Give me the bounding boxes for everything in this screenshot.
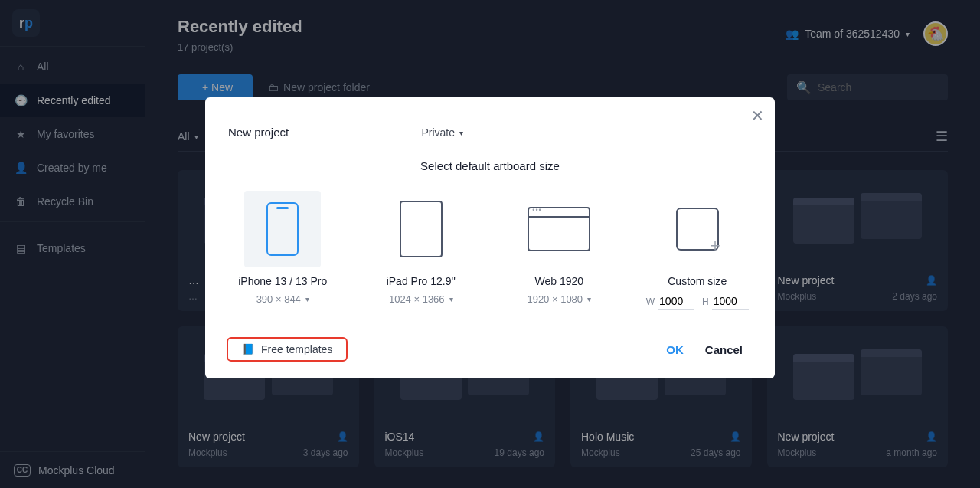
chevron-down-icon: ▾ — [305, 295, 309, 303]
chevron-down-icon: ▾ — [587, 295, 591, 303]
artboard-option-iphone[interactable]: iPhone 13 / 13 Pro 390 × 844 ▾ — [227, 191, 339, 310]
artboard-option-web[interactable]: Web 1920 1920 × 1080 ▾ — [503, 191, 616, 310]
height-label: H — [702, 296, 709, 307]
artboard-label: Web 1920 — [503, 275, 616, 287]
artboard-size-dropdown[interactable]: 1920 × 1080 ▾ — [527, 293, 591, 305]
custom-height-input[interactable] — [712, 293, 749, 310]
chevron-down-icon: ▾ — [449, 295, 453, 303]
artboard-option-ipad[interactable]: iPad Pro 12.9'' 1024 × 1366 ▾ — [365, 191, 478, 310]
artboard-size-dropdown[interactable]: 1024 × 1366 ▾ — [389, 293, 453, 305]
modal-overlay: ✕ Private ▾ Select default artboard size… — [0, 0, 980, 488]
width-label: W — [646, 296, 655, 307]
privacy-label: Private — [421, 126, 455, 139]
custom-size-icon: ＋ — [676, 208, 719, 251]
ipad-icon — [400, 201, 443, 257]
project-name-input[interactable] — [227, 123, 418, 142]
browser-icon — [528, 207, 590, 251]
artboard-size-dropdown[interactable]: 390 × 844 ▾ — [256, 293, 309, 305]
free-templates-label: Free templates — [261, 343, 332, 355]
close-button[interactable]: ✕ — [751, 106, 764, 125]
privacy-dropdown[interactable]: Private ▾ — [421, 126, 463, 139]
free-templates-button[interactable]: 📘 Free templates — [227, 337, 348, 362]
custom-width-input[interactable] — [658, 293, 694, 310]
new-project-modal: ✕ Private ▾ Select default artboard size… — [205, 97, 775, 378]
chevron-down-icon: ▾ — [459, 129, 463, 137]
iphone-icon — [266, 202, 299, 256]
templates-icon: 📘 — [242, 343, 255, 355]
modal-heading: Select default artboard size — [227, 159, 753, 172]
artboard-label: iPhone 13 / 13 Pro — [227, 275, 339, 287]
ok-button[interactable]: OK — [655, 339, 694, 361]
cancel-button[interactable]: Cancel — [694, 339, 753, 361]
artboard-label: Custom size — [642, 275, 754, 287]
artboard-option-custom[interactable]: ＋ Custom size W H — [642, 191, 754, 310]
artboard-label: iPad Pro 12.9'' — [365, 275, 478, 287]
